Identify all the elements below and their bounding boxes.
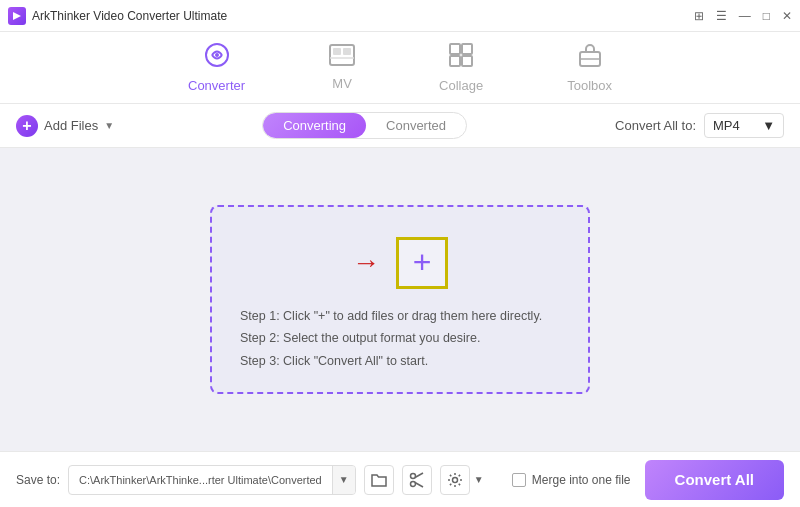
minimize-button[interactable]: — xyxy=(739,9,751,23)
converter-icon xyxy=(204,42,230,74)
step-1-text: Step 1: Click "+" to add files or drag t… xyxy=(240,305,560,328)
svg-point-2 xyxy=(215,53,219,57)
tab-group: Converting Converted xyxy=(262,112,467,139)
collage-icon xyxy=(448,42,474,74)
settings-dropdown-arrow: ▼ xyxy=(474,474,484,485)
tab-converting[interactable]: Converting xyxy=(263,113,366,138)
merge-checkbox[interactable] xyxy=(512,473,526,487)
svg-rect-4 xyxy=(333,48,341,55)
format-select[interactable]: MP4 ▼ xyxy=(704,113,784,138)
title-bar: ArkThinker Video Converter Ultimate ⊞ ☰ … xyxy=(0,0,800,32)
nav-bar: Converter MV Collage xyxy=(0,32,800,104)
add-files-button[interactable]: + Add Files ▼ xyxy=(16,115,114,137)
converter-label: Converter xyxy=(188,78,245,93)
svg-rect-7 xyxy=(450,44,460,54)
toolbar: + Add Files ▼ Converting Converted Conve… xyxy=(0,104,800,148)
grid-icon[interactable]: ⊞ xyxy=(694,9,704,23)
menu-icon[interactable]: ☰ xyxy=(716,9,727,23)
svg-rect-5 xyxy=(343,48,351,55)
toolbox-icon xyxy=(577,42,603,74)
maximize-button[interactable]: □ xyxy=(763,9,770,23)
save-path-dropdown[interactable]: ▼ xyxy=(332,466,355,494)
step-3-text: Step 3: Click "Convert All" to start. xyxy=(240,350,560,373)
merge-label: Merge into one file xyxy=(532,473,631,487)
svg-line-16 xyxy=(415,482,423,487)
format-dropdown-arrow: ▼ xyxy=(762,118,775,133)
mv-icon xyxy=(329,44,355,72)
svg-line-15 xyxy=(415,473,423,478)
svg-rect-8 xyxy=(462,44,472,54)
convert-all-button[interactable]: Convert All xyxy=(645,460,784,500)
collage-label: Collage xyxy=(439,78,483,93)
save-path-text: C:\ArkThinker\ArkThinke...rter Ultimate\… xyxy=(69,474,332,486)
app-title: ArkThinker Video Converter Ultimate xyxy=(32,9,227,23)
arrow-right-icon: → xyxy=(352,247,380,279)
svg-rect-9 xyxy=(450,56,460,66)
svg-point-17 xyxy=(452,477,457,482)
nav-item-collage[interactable]: Collage xyxy=(427,34,495,101)
save-path-field: C:\ArkThinker\ArkThinke...rter Ultimate\… xyxy=(68,465,356,495)
toolbar-right: Convert All to: MP4 ▼ xyxy=(615,113,784,138)
title-bar-controls: ⊞ ☰ — □ ✕ xyxy=(694,9,792,23)
bottom-right: Merge into one file Convert All xyxy=(512,460,784,500)
tab-converted[interactable]: Converted xyxy=(366,113,466,138)
plus-circle-icon: + xyxy=(16,115,38,137)
nav-item-mv[interactable]: MV xyxy=(317,36,367,99)
merge-into-one-checkbox-group[interactable]: Merge into one file xyxy=(512,473,631,487)
plus-box-container: → + xyxy=(352,237,448,289)
cut-icon-button[interactable] xyxy=(402,465,432,495)
svg-rect-3 xyxy=(330,45,354,65)
main-content: → + Step 1: Click "+" to add files or dr… xyxy=(0,148,800,451)
svg-marker-0 xyxy=(13,12,21,20)
mv-label: MV xyxy=(332,76,352,91)
nav-item-converter[interactable]: Converter xyxy=(176,34,257,101)
save-to-section: Save to: C:\ArkThinker\ArkThinke...rter … xyxy=(16,465,484,495)
app-icon xyxy=(8,7,26,25)
steps-container: Step 1: Click "+" to add files or drag t… xyxy=(232,305,568,373)
svg-point-13 xyxy=(410,473,415,478)
save-to-label: Save to: xyxy=(16,473,60,487)
drop-zone[interactable]: → + Step 1: Click "+" to add files or dr… xyxy=(210,205,590,395)
step-2-text: Step 2: Select the output format you des… xyxy=(240,327,560,350)
bottom-bar: Save to: C:\ArkThinker\ArkThinke...rter … xyxy=(0,451,800,507)
toolbar-left: + Add Files ▼ xyxy=(16,115,114,137)
svg-rect-10 xyxy=(462,56,472,66)
add-file-plus-box[interactable]: + xyxy=(396,237,448,289)
settings-icon-button[interactable] xyxy=(440,465,470,495)
toolbox-label: Toolbox xyxy=(567,78,612,93)
title-bar-left: ArkThinker Video Converter Ultimate xyxy=(8,7,227,25)
folder-open-button[interactable] xyxy=(364,465,394,495)
svg-point-14 xyxy=(410,481,415,486)
add-files-dropdown-arrow: ▼ xyxy=(104,120,114,131)
convert-all-to-label: Convert All to: xyxy=(615,118,696,133)
add-files-label: Add Files xyxy=(44,118,98,133)
nav-item-toolbox[interactable]: Toolbox xyxy=(555,34,624,101)
format-value: MP4 xyxy=(713,118,740,133)
close-button[interactable]: ✕ xyxy=(782,9,792,23)
